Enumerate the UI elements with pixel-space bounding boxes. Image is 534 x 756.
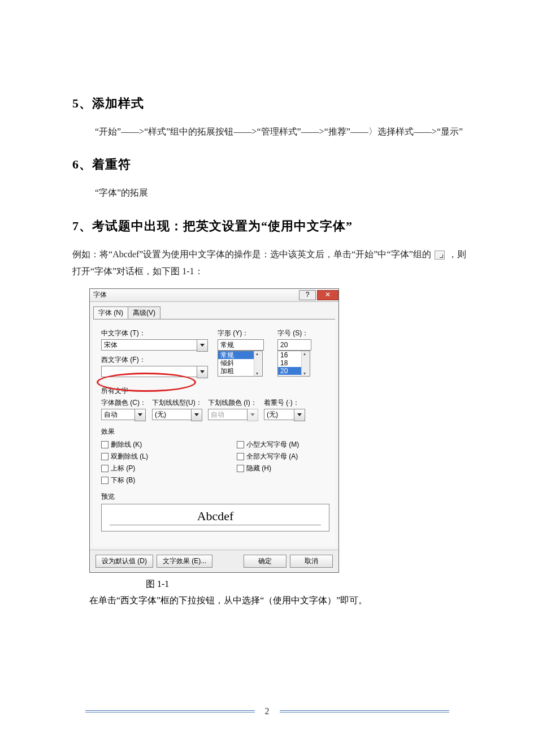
label-font-color: 字体颜色 (C)： xyxy=(101,398,146,408)
dialog-title: 字体 xyxy=(93,290,107,300)
ok-button[interactable]: 确定 xyxy=(244,555,286,568)
preview-text: Abcdef xyxy=(110,509,321,525)
footer-line-right xyxy=(280,710,449,712)
help-button[interactable]: ? xyxy=(299,290,316,300)
body-5: “开始”——>“样式”组中的拓展按钮——>“管理样式”——>“推荐”——〉选择样… xyxy=(95,123,466,140)
label-effects: 效果 xyxy=(101,427,329,437)
style-field[interactable]: 常规 xyxy=(218,339,264,351)
set-default-button[interactable]: 设为默认值 (D) xyxy=(95,555,153,568)
preview-box: Abcdef xyxy=(101,504,329,532)
label-style: 字形 (Y)： xyxy=(218,329,274,338)
text-effects-button[interactable]: 文字效果 (E)... xyxy=(157,555,212,568)
dialog-titlebar: 字体 ? ✕ xyxy=(90,289,338,302)
label-preview: 预览 xyxy=(101,492,329,502)
figure-caption: 图 1-1 xyxy=(146,578,466,590)
label-underline-color: 下划线颜色 (I)： xyxy=(208,398,258,408)
checkbox-small-caps[interactable]: 小型大写字母 (M) xyxy=(237,440,299,450)
scrollbar[interactable] xyxy=(301,351,310,376)
checkbox-hidden[interactable]: 隐藏 (H) xyxy=(237,464,299,473)
body-6: “字体”的拓展 xyxy=(95,184,466,201)
label-en-font: 西文字体 (F)： xyxy=(101,355,214,365)
font-dialog: 字体 ? ✕ 字体 (N) 高级(V) 中文字体 (T)： 宋体 西文字体 (F… xyxy=(89,288,339,573)
footer-line-left xyxy=(85,710,255,712)
cn-font-dropdown[interactable] xyxy=(197,339,208,352)
checkbox-strike[interactable]: 删除线 (K) xyxy=(101,440,214,450)
font-color-field[interactable]: 自动 xyxy=(101,409,135,420)
cancel-button[interactable]: 取消 xyxy=(290,555,333,568)
label-all-text: 所有文字 xyxy=(101,386,329,396)
underline-color-dropdown xyxy=(247,409,258,421)
tab-advanced[interactable]: 高级(V) xyxy=(128,306,160,319)
tab-font[interactable]: 字体 (N) xyxy=(93,306,128,319)
label-underline-style: 下划线线型(U)： xyxy=(152,398,202,408)
page-number: 2 xyxy=(265,706,270,716)
en-font-field[interactable] xyxy=(101,366,197,377)
scrollbar[interactable] xyxy=(254,351,262,376)
closing-text: 在单击“西文字体”框的下拉按钮，从中选择“（使用中文字体）”即可。 xyxy=(89,595,466,607)
checkbox-dbl-strike[interactable]: 双删除线 (L) xyxy=(101,452,214,461)
emphasis-field[interactable]: (无) xyxy=(264,409,294,420)
close-button[interactable]: ✕ xyxy=(317,290,338,300)
label-size: 字号 (S)： xyxy=(277,329,323,338)
checkbox-subscript[interactable]: 下标 (B) xyxy=(101,476,214,485)
checkbox-superscript[interactable]: 上标 (P) xyxy=(101,464,214,473)
label-emphasis: 着重号 (·)： xyxy=(264,398,305,408)
label-cn-font: 中文字体 (T)： xyxy=(101,329,214,338)
underline-style-dropdown[interactable] xyxy=(191,409,202,421)
checkbox-all-caps[interactable]: 全部大写字母 (A) xyxy=(237,452,299,461)
style-listbox[interactable]: 常规 倾斜 加粗 xyxy=(218,351,263,377)
heading-7: 7、考试题中出现：把英文设置为“使用中文字体” xyxy=(72,218,466,235)
cn-font-field[interactable]: 宋体 xyxy=(101,339,197,351)
intro-a: 例如：将“Abcdef”设置为使用中文字体的操作是：选中该英文后，单击“开始”中… xyxy=(72,249,433,259)
underline-style-field[interactable]: (无) xyxy=(152,409,192,420)
font-color-dropdown[interactable] xyxy=(134,409,146,421)
en-font-dropdown[interactable] xyxy=(197,366,208,378)
heading-5: 5、添加样式 xyxy=(72,95,466,112)
size-listbox[interactable]: 16 18 20 xyxy=(277,351,310,377)
size-field[interactable]: 20 xyxy=(277,339,311,351)
heading-6: 6、着重符 xyxy=(72,156,466,173)
page-footer: 2 xyxy=(0,706,534,716)
emphasis-dropdown[interactable] xyxy=(294,409,305,421)
body-7: 例如：将“Abcdef”设置为使用中文字体的操作是：选中该英文后，单击“开始”中… xyxy=(72,246,466,280)
dialog-launcher-icon xyxy=(435,250,445,260)
underline-color-field: 自动 xyxy=(208,409,248,420)
